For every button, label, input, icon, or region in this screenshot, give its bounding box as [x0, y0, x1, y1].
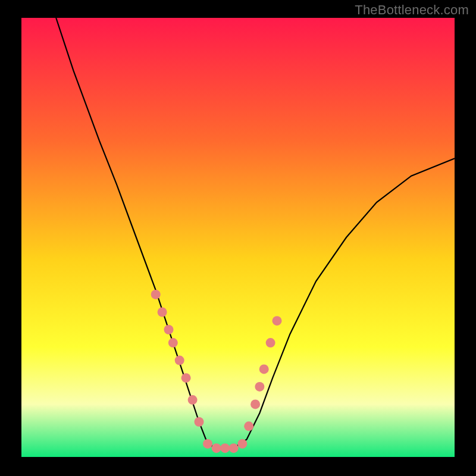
plot-background — [21, 18, 455, 457]
data-point — [229, 443, 239, 453]
data-point — [164, 325, 174, 334]
data-point — [244, 421, 253, 431]
chart-svg — [0, 0, 476, 476]
data-point — [151, 290, 161, 299]
outer-frame: TheBottleneck.com — [0, 0, 476, 476]
data-point — [203, 439, 212, 449]
data-point — [250, 399, 260, 409]
data-point — [195, 417, 204, 427]
data-point — [255, 382, 264, 392]
data-point — [175, 356, 184, 365]
data-point — [259, 364, 269, 374]
data-point — [237, 439, 247, 449]
data-point — [212, 443, 221, 453]
data-point — [181, 373, 191, 383]
data-point — [266, 338, 275, 347]
data-point — [188, 395, 198, 405]
watermark-text: TheBottleneck.com — [355, 2, 469, 18]
data-point — [158, 308, 167, 317]
data-point — [273, 316, 282, 325]
data-point — [220, 443, 230, 453]
data-point — [168, 338, 178, 347]
